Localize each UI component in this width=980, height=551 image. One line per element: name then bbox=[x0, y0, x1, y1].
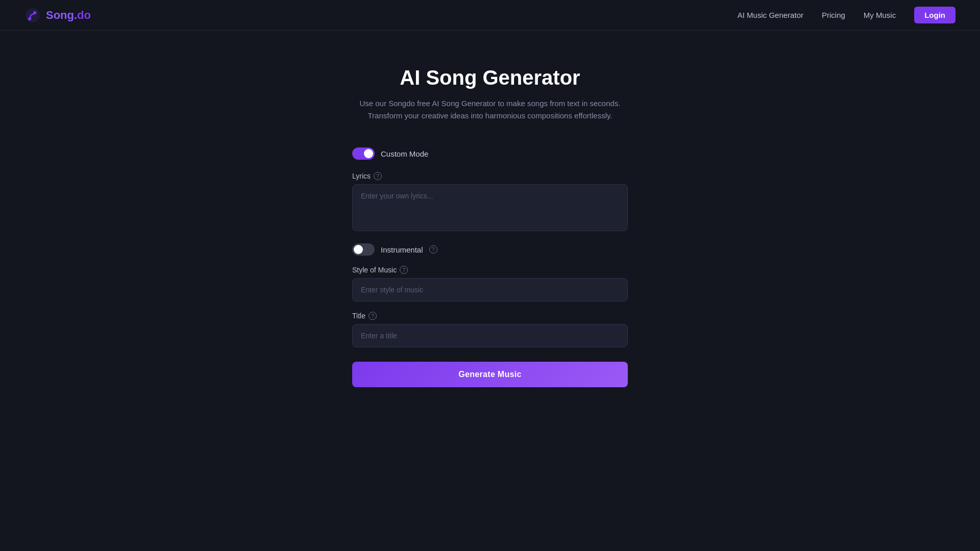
page-subtitle: Use our Songdo free AI Song Generator to… bbox=[347, 97, 633, 122]
style-section: Style of Music ? bbox=[352, 266, 628, 302]
instrumental-row: Instrumental ? bbox=[352, 243, 628, 256]
instrumental-toggle[interactable] bbox=[352, 243, 375, 256]
navbar: Song.do AI Music Generator Pricing My Mu… bbox=[0, 0, 980, 31]
nav-links: AI Music Generator Pricing My Music Logi… bbox=[738, 7, 955, 23]
logo[interactable]: Song.do bbox=[24, 7, 91, 23]
style-label-row: Style of Music ? bbox=[352, 266, 628, 274]
lyrics-label-row: Lyrics ? bbox=[352, 172, 628, 180]
nav-link-pricing[interactable]: Pricing bbox=[822, 11, 845, 19]
lyrics-label-text: Lyrics bbox=[352, 172, 371, 180]
nav-link-my-music[interactable]: My Music bbox=[864, 11, 896, 19]
style-input[interactable] bbox=[352, 278, 628, 302]
custom-mode-label: Custom Mode bbox=[381, 149, 428, 158]
lyrics-help-icon[interactable]: ? bbox=[374, 172, 382, 180]
nav-link-ai-music-generator[interactable]: AI Music Generator bbox=[738, 11, 803, 19]
title-help-icon[interactable]: ? bbox=[369, 312, 377, 320]
instrumental-label: Instrumental bbox=[381, 245, 423, 254]
title-section: Title ? bbox=[352, 312, 628, 347]
svg-point-2 bbox=[33, 11, 36, 14]
lyrics-input[interactable] bbox=[352, 184, 628, 231]
generate-button[interactable]: Generate Music bbox=[352, 362, 628, 387]
logo-name: Song. bbox=[46, 9, 77, 21]
login-button[interactable]: Login bbox=[914, 7, 955, 23]
title-input[interactable] bbox=[352, 324, 628, 347]
custom-mode-slider bbox=[352, 147, 375, 160]
main-content: AI Song Generator Use our Songdo free AI… bbox=[0, 31, 980, 387]
svg-point-1 bbox=[28, 17, 31, 20]
logo-suffix: do bbox=[77, 9, 91, 21]
custom-mode-row: Custom Mode bbox=[352, 147, 628, 160]
page-title: AI Song Generator bbox=[400, 66, 580, 89]
instrumental-slider bbox=[352, 243, 375, 256]
logo-text: Song.do bbox=[46, 9, 91, 22]
style-label-text: Style of Music bbox=[352, 266, 397, 274]
lyrics-section: Lyrics ? bbox=[352, 172, 628, 233]
logo-icon bbox=[24, 7, 41, 23]
custom-mode-toggle[interactable] bbox=[352, 147, 375, 160]
style-help-icon[interactable]: ? bbox=[400, 266, 408, 274]
title-label-text: Title bbox=[352, 312, 365, 320]
instrumental-help-icon[interactable]: ? bbox=[429, 245, 437, 254]
title-label-row: Title ? bbox=[352, 312, 628, 320]
svg-point-0 bbox=[26, 8, 40, 22]
form-container: Custom Mode Lyrics ? Instrumental ? Styl… bbox=[352, 147, 628, 387]
